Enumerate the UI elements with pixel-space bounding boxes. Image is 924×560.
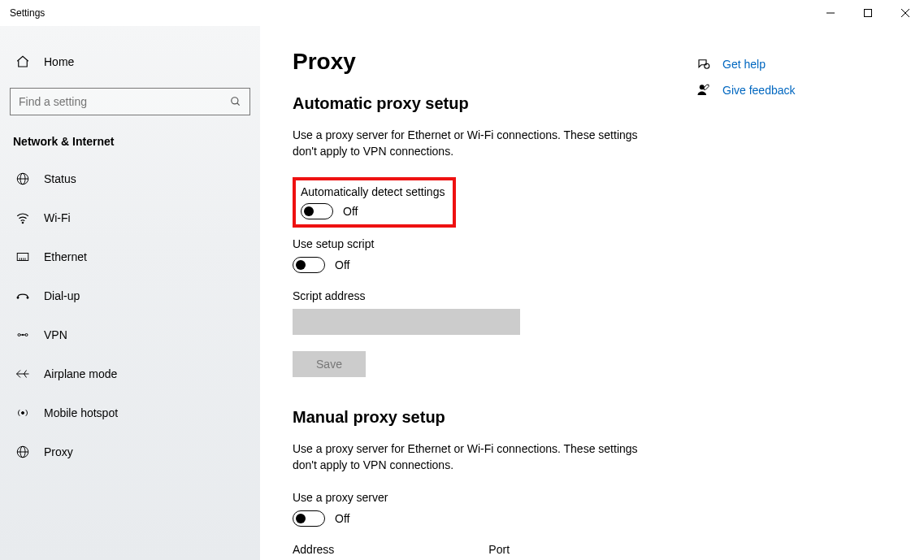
sidebar-item-label: Wi-Fi — [44, 211, 71, 224]
svg-point-21 — [22, 412, 24, 415]
use-script-toggle[interactable] — [293, 257, 325, 273]
sidebar-item-wifi[interactable]: Wi-Fi — [0, 198, 260, 237]
sidebar-item-status[interactable]: Status — [0, 159, 260, 198]
use-proxy-state: Off — [335, 512, 349, 525]
hotspot-icon — [13, 406, 33, 420]
auto-detect-label: Automatically detect settings — [301, 185, 445, 198]
use-script-state: Off — [335, 258, 349, 271]
sidebar: Home Network & Internet Status Wi-Fi — [0, 26, 260, 560]
auto-detect-state: Off — [343, 205, 358, 218]
minimize-button[interactable] — [812, 0, 849, 26]
sidebar-item-airplane[interactable]: Airplane mode — [0, 354, 260, 393]
search-icon — [230, 96, 241, 107]
home-link[interactable]: Home — [0, 42, 260, 81]
sidebar-item-proxy[interactable]: Proxy — [0, 432, 260, 471]
window-controls — [812, 0, 924, 26]
search-box[interactable] — [10, 88, 250, 115]
sidebar-item-label: Ethernet — [44, 250, 87, 263]
globe-icon — [13, 171, 33, 186]
sidebar-item-label: VPN — [44, 328, 67, 341]
ethernet-icon — [13, 250, 33, 264]
svg-rect-10 — [17, 254, 28, 261]
sidebar-item-vpn[interactable]: VPN — [0, 315, 260, 354]
help-chat-icon — [696, 57, 713, 72]
svg-rect-1 — [865, 10, 872, 17]
close-button[interactable] — [887, 0, 924, 26]
search-input[interactable] — [19, 95, 230, 108]
svg-point-15 — [17, 297, 19, 298]
window-title: Settings — [10, 7, 45, 19]
home-label: Home — [44, 55, 74, 68]
svg-point-25 — [705, 63, 709, 68]
wifi-icon — [13, 211, 33, 225]
manual-port-label: Port — [488, 543, 510, 556]
category-header: Network & Internet — [0, 128, 260, 159]
give-feedback-text: Give feedback — [722, 84, 796, 97]
titlebar: Settings — [0, 0, 924, 26]
svg-point-4 — [232, 98, 238, 104]
svg-point-20 — [22, 334, 24, 336]
feedback-icon — [696, 83, 713, 98]
use-script-label: Use setup script — [293, 237, 891, 250]
sidebar-item-ethernet[interactable]: Ethernet — [0, 237, 260, 276]
sidebar-item-label: Proxy — [44, 445, 73, 458]
auto-section-desc: Use a proxy server for Ethernet or Wi-Fi… — [293, 128, 642, 159]
use-proxy-label: Use a proxy server — [293, 491, 891, 504]
manual-address-label: Address — [293, 543, 334, 556]
sidebar-item-label: Status — [44, 172, 76, 185]
main-content: Proxy Automatic proxy setup Use a proxy … — [260, 26, 924, 560]
give-feedback-link[interactable]: Give feedback — [696, 83, 859, 98]
svg-point-17 — [18, 334, 20, 336]
home-icon — [13, 54, 33, 69]
airplane-icon — [13, 367, 33, 381]
svg-line-5 — [237, 103, 240, 106]
proxy-icon — [13, 445, 33, 459]
dialup-icon — [13, 289, 33, 303]
sidebar-item-label: Airplane mode — [44, 367, 117, 380]
sidebar-item-dialup[interactable]: Dial-up — [0, 276, 260, 315]
manual-section-heading: Manual proxy setup — [293, 408, 891, 427]
save-button[interactable]: Save — [293, 351, 366, 377]
manual-section-desc: Use a proxy server for Ethernet or Wi-Fi… — [293, 441, 642, 473]
maximize-button[interactable] — [849, 0, 887, 26]
get-help-link[interactable]: Get help — [696, 57, 859, 72]
auto-detect-toggle[interactable] — [301, 203, 333, 219]
sidebar-item-label: Dial-up — [44, 289, 80, 302]
sidebar-item-hotspot[interactable]: Mobile hotspot — [0, 393, 260, 432]
svg-point-16 — [27, 297, 28, 298]
svg-point-9 — [22, 222, 24, 224]
svg-point-18 — [25, 334, 28, 336]
script-address-input[interactable] — [293, 309, 520, 335]
sidebar-item-label: Mobile hotspot — [44, 406, 118, 419]
get-help-text: Get help — [722, 58, 766, 71]
highlighted-setting: Automatically detect settings Off — [293, 177, 456, 228]
vpn-icon — [13, 328, 33, 342]
use-proxy-toggle[interactable] — [293, 510, 325, 527]
help-links: Get help Give feedback — [696, 57, 859, 109]
script-address-label: Script address — [293, 289, 891, 302]
